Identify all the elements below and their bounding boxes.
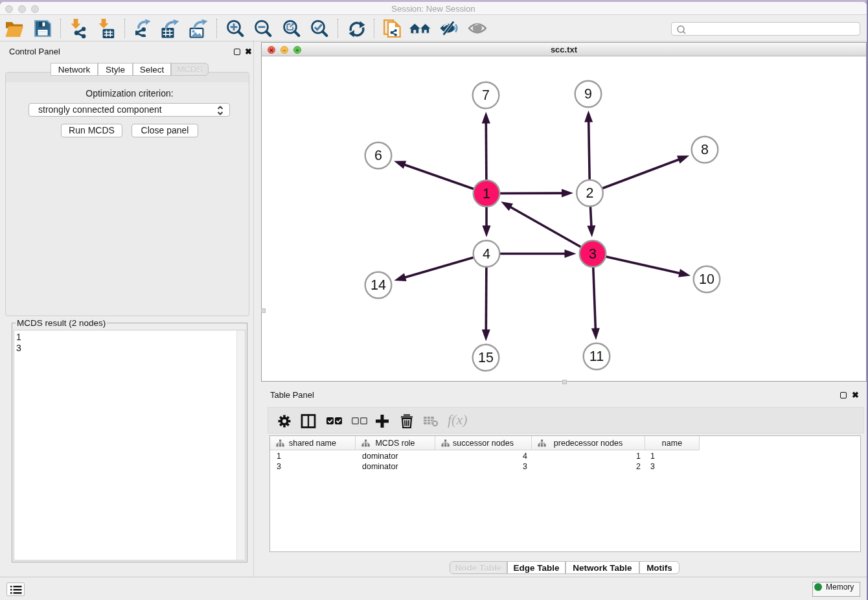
svg-text:6: 6 [374,148,382,163]
svg-text:9: 9 [584,86,592,102]
svg-text:7: 7 [482,87,490,103]
svg-text:15: 15 [478,350,494,365]
svg-text:14: 14 [371,277,386,293]
svg-text:1: 1 [483,186,490,202]
svg-text:11: 11 [589,349,604,364]
svg-text:10: 10 [699,271,714,287]
svg-text:2: 2 [586,185,594,201]
svg-text:4: 4 [483,246,490,262]
svg-text:3: 3 [589,246,597,262]
svg-text:8: 8 [701,142,709,157]
